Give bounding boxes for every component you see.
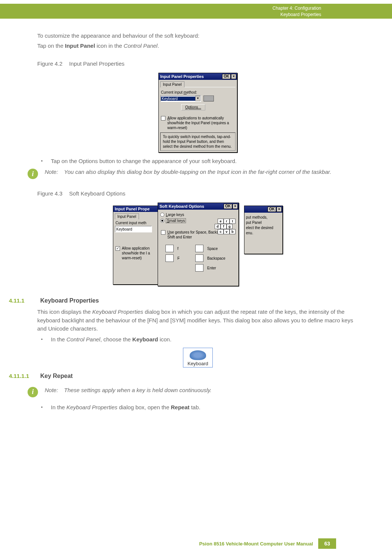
section-4-11-1: 4.11.1 Keyboard Properties [7, 297, 358, 304]
page-footer: Psion 8516 Vehicle-Mount Computer User M… [0, 538, 392, 549]
input-method-combo[interactable]: Keyboard ▼ [160, 95, 201, 102]
options-button[interactable]: Options... [181, 104, 205, 110]
header-bar: Chapter 4: Configuration Keyboard Proper… [0, 4, 392, 19]
gesture-preview: f F Space Backspace Enter [161, 243, 235, 274]
soft-keyboard-options-figure: Input Panel Prope Input Panel Current in… [113, 203, 283, 288]
input-panel-properties-dialog: Input Panel Properties OK × Input Panel … [158, 73, 237, 153]
ok-button[interactable]: OK [224, 204, 232, 209]
intro-line2: Tap on the Input Panel icon in the Contr… [37, 42, 358, 50]
keyboard-control-panel-icon[interactable]: Keyboard [183, 348, 213, 367]
note-2: i Note:These settings apply when a key i… [28, 386, 358, 397]
bullet-options: • Tap on the Options button to change th… [41, 158, 358, 164]
figure-4-2-caption: Figure 4.2Input Panel Properties [37, 60, 358, 67]
section-label: Keyboard Properties [272, 12, 321, 18]
page-number: 63 [318, 538, 336, 549]
back-dialog-right: OK × put methods, put Panel elect the de… [244, 206, 283, 254]
large-keys-radio[interactable]: Large keys [160, 213, 236, 217]
info-icon: i [28, 169, 38, 179]
back-dialog-left: Input Panel Prope Input Panel Current in… [113, 206, 161, 285]
keyboard-icon [190, 350, 206, 360]
intro-line1: To customize the appearance and behaviou… [37, 32, 358, 40]
tip-box: To quickly switch input methods, tap-and… [160, 132, 235, 151]
allow-apps-label: Allow applications to automatically show… [167, 116, 235, 130]
note-1: i Note:You can also display this dialog … [28, 168, 358, 179]
section-4-11-1-body: This icon displays the Keyboard Properti… [37, 308, 358, 333]
manual-title: Psion 8516 Vehicle-Mount Computer User M… [199, 541, 313, 547]
close-button[interactable]: × [231, 74, 236, 79]
soft-keyboard-options-dialog: Soft Keyboard Options OK × Large keys Sm… [158, 203, 239, 286]
header-text: Chapter 4: Configuration Keyboard Proper… [272, 5, 321, 18]
allow-apps-checkbox[interactable] [161, 116, 165, 121]
info-icon: i [28, 387, 38, 397]
bullet-icon: • [41, 158, 43, 164]
tab-input-panel[interactable]: Input Panel [160, 81, 184, 87]
dialog-titlebar: Input Panel Properties OK × [159, 73, 237, 80]
figure-4-3-caption: Figure 4.3Soft Keyboard Options [37, 190, 358, 197]
close-button[interactable]: × [233, 204, 238, 209]
dialog-title: Input Panel Properties [160, 74, 204, 79]
keyboard-icon [203, 96, 214, 101]
current-method-label: Current input method: [161, 90, 197, 94]
section-4-11-1-1: 4.11.1.1 Key Repeat [7, 373, 358, 379]
allow-apps-checkbox-bg [116, 246, 120, 251]
ok-button[interactable]: OK [222, 74, 231, 79]
chapter-label: Chapter 4: Configuration [272, 5, 321, 12]
key-preview: ert dfg cvb [218, 219, 235, 234]
bullet-control-panel: • In the Control Panel, choose the Keybo… [41, 336, 358, 342]
chevron-down-icon[interactable]: ▼ [195, 96, 200, 101]
bullet-repeat-tab: • In the Keyboard Properties dialog box,… [41, 404, 358, 410]
page-content: To customize the appearance and behaviou… [37, 32, 358, 414]
use-gestures-checkbox[interactable] [161, 230, 165, 235]
